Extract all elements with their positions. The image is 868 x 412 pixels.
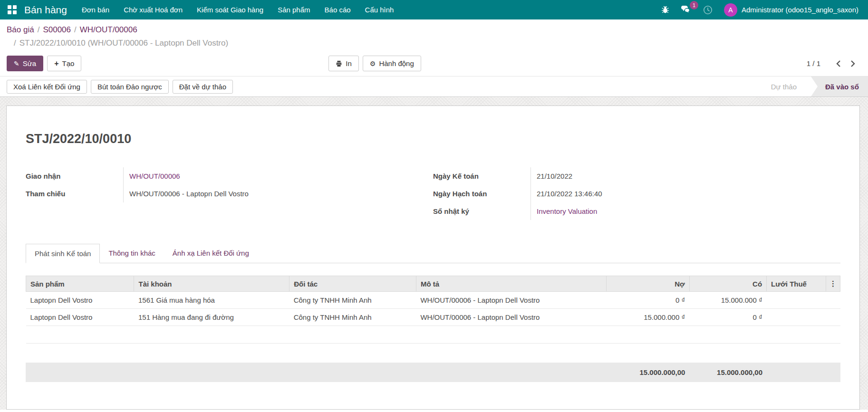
create-button[interactable]: + Tạo [47, 56, 81, 71]
field-label-journal: Sổ nhật ký [433, 202, 530, 220]
pager-previous-icon[interactable] [831, 58, 846, 69]
debug-bug-icon[interactable] [656, 0, 675, 19]
field-value-reference: WH/OUT/00006 - Laptopn Dell Vostro [123, 185, 433, 202]
field-group-right: Ngày Kế toán 21/10/2022 Ngày Hạch toán 2… [433, 167, 840, 220]
status-posted[interactable]: Đã vào sổ [811, 77, 868, 96]
cell-product: Laptopn Dell Vostro [26, 309, 134, 326]
user-avatar[interactable]: A [724, 3, 737, 17]
table-header-row: Sản phẩm Tài khoản Đối tác Mô tả Nợ Có L… [26, 276, 840, 292]
col-header-product[interactable]: Sản phẩm [26, 276, 134, 292]
field-label-reference: Tham chiếu [26, 185, 123, 202]
nav-item-orders[interactable]: Đơn bán [75, 0, 116, 19]
empty-table-row [26, 326, 840, 344]
cell-credit: 0 ₫ [689, 309, 766, 326]
cell-tax-grid [767, 309, 826, 326]
top-navbar: Bán hàng Đơn bán Chờ xuất Hoá đơn Kiểm s… [0, 0, 868, 19]
statusbar: Xoá Liên kết Đối ứng Bút toán Đảo ngược … [0, 76, 868, 97]
breadcrumb-current: STJ/2022/10/0010 (WH/OUT/00006 - Laptopn… [19, 38, 228, 48]
breadcrumb-separator: / [10, 38, 19, 48]
breadcrumb-sale-order[interactable]: S00006 [43, 25, 71, 34]
col-header-account[interactable]: Tài khoản [134, 276, 289, 292]
table-row[interactable]: Laptopn Dell Vostro 1561 Giá mua hàng hó… [26, 292, 840, 309]
cell-credit: 15.000.000 ₫ [689, 292, 766, 309]
record-title: STJ/2022/10/0010 [26, 106, 840, 146]
unreconcile-button[interactable]: Xoá Liên kết Đối ứng [7, 80, 87, 94]
cell-debit: 0 ₫ [607, 292, 689, 309]
field-value-delivery[interactable]: WH/OUT/00006 [123, 167, 433, 185]
printer-icon [336, 60, 342, 67]
create-button-label: Tạo [62, 59, 74, 67]
col-header-partner[interactable]: Đối tác [289, 276, 416, 292]
breadcrumb-delivery[interactable]: WH/OUT/00006 [80, 25, 137, 34]
field-label-accounting-date: Ngày Kế toán [433, 167, 530, 185]
nav-item-configuration[interactable]: Cấu hình [358, 0, 401, 19]
breadcrumb-quotations[interactable]: Báo giá [7, 25, 34, 34]
nav-item-delivery-control[interactable]: Kiểm soát Giao hàng [190, 0, 270, 19]
cell-label: WH/OUT/00006 - Laptopn Dell Vostro [416, 292, 606, 309]
notebook-tabs: Phát sinh Kế toán Thông tin khác Ánh xạ … [26, 244, 840, 263]
nav-item-to-invoice[interactable]: Chờ xuất Hoá đơn [116, 0, 190, 19]
print-button-label: In [346, 59, 352, 67]
reverse-entry-button[interactable]: Bút toán Đảo ngược [91, 80, 169, 94]
field-group-left: Giao nhận WH/OUT/00006 Tham chiếu WH/OUT… [26, 167, 433, 220]
cell-partner: Công ty TNHH Minh Anh [289, 309, 416, 326]
table-row[interactable]: Laptopn Dell Vostro 151 Hàng mua đang đi… [26, 309, 840, 326]
totals-row: 15.000.000,00 15.000.000,00 [26, 363, 840, 382]
pager-count: 1 / 1 [807, 59, 831, 67]
tab-journal-items[interactable]: Phát sinh Kế toán [26, 244, 100, 263]
cell-debit: 15.000.000 ₫ [607, 309, 689, 326]
apps-grid-icon[interactable] [8, 5, 17, 14]
status-steps: Dự thảo Đã vào sổ [757, 77, 868, 96]
tab-reconciliation-mapping[interactable]: Ánh xạ Liên kết Đối ứng [164, 244, 258, 263]
total-credit: 15.000.000,00 [689, 363, 767, 382]
col-header-label[interactable]: Mô tả [416, 276, 606, 292]
cell-partner: Công ty TNHH Minh Anh [289, 292, 416, 309]
action-button[interactable]: ⚙ Hành động [363, 56, 421, 71]
messages-chat-icon[interactable]: 1 [675, 0, 697, 19]
navbar-right: 1 A Administrator (odoo15_anglo_saxon) [656, 0, 863, 19]
col-header-debit[interactable]: Nợ [607, 276, 689, 292]
pager-next-icon[interactable] [846, 58, 860, 69]
tab-other-info[interactable]: Thông tin khác [100, 244, 164, 263]
field-value-accounting-date: 21/10/2022 [530, 167, 840, 185]
control-panel: Báo giá/S00006/WH/OUT/00006 /STJ/2022/10… [0, 19, 868, 76]
cell-tax-grid [767, 292, 826, 309]
cell-label: WH/OUT/00006 - Laptopn Dell Vostro [416, 309, 606, 326]
cell-account: 151 Hàng mua đang đi đường [134, 309, 289, 326]
breadcrumb-separator: / [71, 25, 80, 34]
form-sheet: STJ/2022/10/0010 Giao nhận WH/OUT/00006 … [6, 105, 860, 410]
status-draft[interactable]: Dự thảo [757, 77, 811, 96]
action-button-label: Hành động [379, 59, 414, 67]
journal-items-table: Sản phẩm Tài khoản Đối tác Mô tả Nợ Có L… [26, 276, 840, 344]
field-value-posting-date: 21/10/2022 13:46:40 [530, 185, 840, 202]
edit-button-label: Sửa [23, 59, 36, 67]
totals-table: 15.000.000,00 15.000.000,00 [26, 363, 840, 382]
activities-clock-icon[interactable] [697, 0, 718, 19]
edit-button[interactable]: ✎ Sửa [7, 56, 43, 71]
gear-icon: ⚙ [370, 60, 376, 67]
breadcrumb: Báo giá/S00006/WH/OUT/00006 /STJ/2022/10… [7, 23, 860, 50]
toolbar: ✎ Sửa + Tạo In ⚙ Hành động [7, 56, 860, 71]
total-debit: 15.000.000,00 [607, 363, 690, 382]
cell-product: Laptopn Dell Vostro [26, 292, 134, 309]
breadcrumb-separator: / [34, 25, 43, 34]
nav-item-products[interactable]: Sản phẩm [270, 0, 317, 19]
field-label-posting-date: Ngày Hạch toán [433, 185, 530, 202]
field-label-delivery: Giao nhận [26, 167, 123, 185]
cell-account: 1561 Giá mua hàng hóa [134, 292, 289, 309]
plus-icon: + [54, 60, 58, 67]
user-menu[interactable]: Administrator (odoo15_anglo_saxon) [742, 6, 863, 14]
pager: 1 / 1 [807, 58, 860, 69]
field-groups: Giao nhận WH/OUT/00006 Tham chiếu WH/OUT… [26, 167, 840, 220]
col-header-credit[interactable]: Có [689, 276, 766, 292]
nav-item-reporting[interactable]: Báo cáo [318, 0, 358, 19]
field-value-journal[interactable]: Inventory Valuation [530, 202, 840, 220]
print-button[interactable]: In [328, 56, 359, 71]
pencil-icon: ✎ [14, 60, 19, 67]
column-options-icon[interactable]: ⋮ [826, 276, 840, 292]
app-name[interactable]: Bán hàng [21, 4, 75, 16]
reset-to-draft-button[interactable]: Đặt về dự thảo [173, 80, 233, 94]
form-view-background: STJ/2022/10/0010 Giao nhận WH/OUT/00006 … [0, 97, 868, 410]
col-header-tax-grid[interactable]: Lưới Thuế [767, 276, 826, 292]
